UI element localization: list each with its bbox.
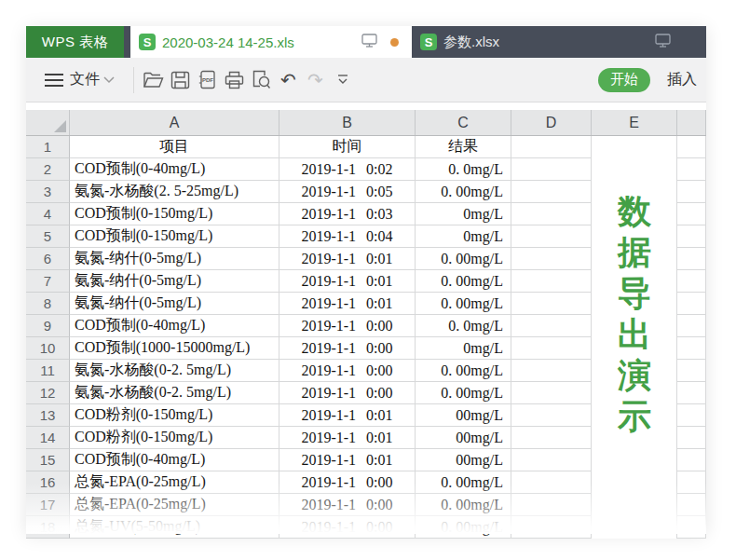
- cell-empty-d[interactable]: [511, 181, 592, 203]
- cell-partial-f[interactable]: [677, 270, 706, 293]
- cell-merged-e[interactable]: [592, 516, 677, 539]
- cell-result[interactable]: 0. 00mg/L: [416, 471, 511, 494]
- start-ribbon-tab[interactable]: 开始: [598, 68, 650, 92]
- cell-empty-d[interactable]: [511, 404, 592, 427]
- export-pdf-icon[interactable]: PDF: [194, 66, 221, 94]
- row-number[interactable]: 18: [26, 516, 70, 539]
- cell-empty-d[interactable]: [511, 337, 592, 360]
- cell-item[interactable]: COD预制(0-40mg/L): [70, 315, 279, 337]
- row-number[interactable]: 13: [26, 404, 70, 427]
- cell-empty-d[interactable]: [511, 293, 592, 315]
- cell-item[interactable]: COD粉剂(0-150mg/L): [70, 404, 279, 427]
- cell-item[interactable]: 氨氮-水杨酸(0-2. 5mg/L): [70, 382, 279, 404]
- row-number[interactable]: 2: [26, 158, 70, 181]
- cell-empty-d[interactable]: [511, 248, 592, 270]
- cell-time[interactable]: 2019-1-1 0:00: [279, 360, 416, 382]
- cell-item[interactable]: 总氮-EPA(0-25mg/L): [70, 471, 279, 494]
- cell-merged-e[interactable]: [592, 449, 677, 471]
- cell-partial-f[interactable]: [677, 516, 706, 539]
- undo-icon[interactable]: ↶: [275, 66, 302, 94]
- row-number[interactable]: 6: [26, 248, 70, 270]
- cell-merged-e[interactable]: [592, 382, 677, 404]
- cell-result[interactable]: 0. 00mg/L: [416, 248, 511, 270]
- cell-item[interactable]: 氨氮-纳什(0-5mg/L): [70, 270, 279, 293]
- cell-result[interactable]: 0. 00mg/L: [416, 360, 511, 382]
- row-number[interactable]: 14: [26, 427, 70, 449]
- cell-time[interactable]: 2019-1-1 0:00: [279, 494, 416, 516]
- row-number[interactable]: 12: [26, 382, 70, 404]
- row-number[interactable]: 9: [26, 315, 70, 337]
- cell-item[interactable]: 氨氮-纳什(0-5mg/L): [70, 293, 279, 315]
- row-number[interactable]: 7: [26, 270, 70, 293]
- cell-result[interactable]: 0. 00mg/L: [416, 516, 511, 539]
- cell-time[interactable]: 2019-1-1 0:00: [279, 315, 416, 337]
- row-number[interactable]: 4: [26, 203, 70, 225]
- cell-merged-e[interactable]: [592, 337, 677, 360]
- print-preview-icon[interactable]: [248, 66, 275, 94]
- cell-result[interactable]: 0. 00mg/L: [416, 181, 511, 203]
- cell-item[interactable]: COD预制(0-40mg/L): [70, 158, 279, 181]
- cell-merged-e[interactable]: [592, 360, 677, 382]
- cell-time[interactable]: 2019-1-1 0:01: [279, 449, 416, 471]
- row-number[interactable]: 11: [26, 360, 70, 382]
- cell-partial-f[interactable]: [677, 225, 706, 248]
- document-tab-inactive[interactable]: S 参数.xlsx: [412, 26, 706, 58]
- cell-partial-f[interactable]: [677, 158, 706, 181]
- cell-merged-e[interactable]: [592, 158, 677, 181]
- cell-partial-f[interactable]: [677, 337, 706, 360]
- cell-partial-f[interactable]: [677, 248, 706, 270]
- cell-merged-e[interactable]: [592, 203, 677, 225]
- cell-result[interactable]: 0. 0mg/L: [416, 315, 511, 337]
- cell-merged-e[interactable]: [592, 427, 677, 449]
- cell-time[interactable]: 2019-1-1 0:04: [279, 225, 416, 248]
- cell-time[interactable]: 时间: [279, 136, 416, 158]
- column-header-a[interactable]: A: [70, 110, 279, 135]
- column-header-f-partial[interactable]: [677, 110, 706, 135]
- cell-merged-e[interactable]: [592, 293, 677, 315]
- row-number[interactable]: 5: [26, 225, 70, 248]
- cell-time[interactable]: 2019-1-1 0:00: [279, 337, 416, 360]
- row-number[interactable]: 8: [26, 293, 70, 315]
- cell-empty-d[interactable]: [511, 360, 592, 382]
- cell-time[interactable]: 2019-1-1 0:00: [279, 382, 416, 404]
- cell-merged-e[interactable]: [592, 181, 677, 203]
- cell-time[interactable]: 2019-1-1 0:01: [279, 248, 416, 270]
- row-number[interactable]: 15: [26, 449, 70, 471]
- cell-partial-f[interactable]: [677, 494, 706, 516]
- row-number[interactable]: 1: [26, 136, 70, 158]
- cell-partial-f[interactable]: [677, 315, 706, 337]
- cell-result[interactable]: 0mg/L: [416, 225, 511, 248]
- cell-empty-d[interactable]: [511, 427, 592, 449]
- cell-merged-e[interactable]: [592, 404, 677, 427]
- cell-empty-d[interactable]: [511, 494, 592, 516]
- cell-result[interactable]: 0mg/L: [416, 337, 511, 360]
- cell-empty-d[interactable]: [511, 270, 592, 293]
- column-header-d[interactable]: D: [511, 110, 592, 135]
- cell-empty-d[interactable]: [511, 203, 592, 225]
- document-tab-active[interactable]: S 2020-03-24 14-25.xls: [130, 26, 412, 58]
- cell-merged-e[interactable]: [592, 248, 677, 270]
- cell-empty-d[interactable]: [511, 449, 592, 471]
- cell-empty-d[interactable]: [511, 136, 592, 158]
- row-number[interactable]: 10: [26, 337, 70, 360]
- cell-item[interactable]: COD预制(1000-15000mg/L): [70, 337, 279, 360]
- cell-item[interactable]: COD预制(0-40mg/L): [70, 449, 279, 471]
- column-header-c[interactable]: C: [416, 110, 511, 135]
- cell-item[interactable]: COD粉剂(0-150mg/L): [70, 427, 279, 449]
- cell-item[interactable]: COD预制(0-150mg/L): [70, 225, 279, 248]
- cell-merged-e[interactable]: [592, 136, 677, 158]
- cell-item[interactable]: 氨氮-水杨酸(0-2. 5mg/L): [70, 360, 279, 382]
- save-icon[interactable]: [167, 66, 194, 94]
- cell-partial-f[interactable]: [677, 203, 706, 225]
- cell-partial-f[interactable]: [677, 181, 706, 203]
- column-header-b[interactable]: B: [279, 110, 416, 135]
- cell-result[interactable]: 0mg/L: [416, 203, 511, 225]
- row-number[interactable]: 16: [26, 471, 70, 494]
- cell-time[interactable]: 2019-1-1 0:03: [279, 203, 416, 225]
- cell-partial-f[interactable]: [677, 360, 706, 382]
- cell-item[interactable]: 氨氮-水杨酸(2. 5-25mg/L): [70, 181, 279, 203]
- cell-result[interactable]: 0. 00mg/L: [416, 293, 511, 315]
- cell-result[interactable]: 0. 00mg/L: [416, 494, 511, 516]
- select-all-corner[interactable]: [26, 110, 70, 135]
- row-number[interactable]: 17: [26, 494, 70, 516]
